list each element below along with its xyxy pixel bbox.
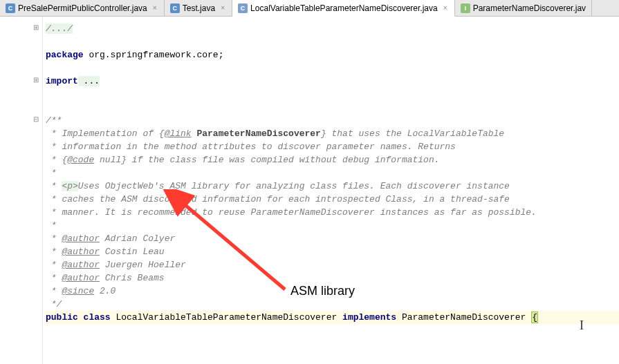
class-icon: C: [6, 3, 15, 13]
tab-label: PreSalePermitPublicController.java: [18, 3, 147, 13]
class-icon: C: [238, 3, 248, 13]
keyword-package: package: [46, 50, 84, 60]
class-icon: C: [170, 3, 180, 13]
brace-highlight: {: [531, 312, 538, 323]
interface-icon: I: [461, 3, 470, 13]
editor-gutter: ⊞ ⊞ ⊟: [0, 17, 43, 364]
close-icon[interactable]: ×: [442, 5, 449, 12]
package-name: org.springframework.core;: [84, 50, 224, 60]
tab-label: Test.java: [183, 3, 215, 13]
code-area[interactable]: /.../ package org.springframework.core; …: [43, 17, 619, 364]
folded-comment[interactable]: /.../: [46, 23, 73, 34]
fold-toggle-icon[interactable]: ⊞: [33, 76, 40, 83]
tab-localvariabletable[interactable]: C LocalVariableTableParameterNameDiscove…: [232, 0, 455, 17]
fold-toggle-icon[interactable]: ⊞: [33, 23, 40, 30]
javadoc-open: /**: [46, 115, 62, 126]
annotation-label: ASM library: [290, 285, 355, 298]
close-icon[interactable]: ×: [219, 5, 226, 12]
editor-tab-bar: C PreSalePermitPublicController.java × C…: [0, 0, 619, 17]
text-cursor-icon: I: [580, 319, 584, 332]
folded-imports[interactable]: ...: [78, 76, 100, 86]
tab-label: LocalVariableTableParameterNameDiscovere…: [250, 3, 438, 13]
class-declaration-line: public class LocalVariableTableParameter…: [46, 311, 619, 324]
fold-toggle-icon[interactable]: ⊟: [33, 115, 40, 122]
tab-parameternamediscoverer[interactable]: I ParameterNameDiscoverer.jav: [455, 0, 592, 16]
tab-test[interactable]: C Test.java ×: [165, 0, 232, 16]
tab-presalepermit[interactable]: C PreSalePermitPublicController.java ×: [0, 0, 165, 16]
keyword-import: import: [46, 76, 78, 86]
tab-label: ParameterNameDiscoverer.jav: [473, 3, 586, 13]
editor-area: ⊞ ⊞ ⊟ /.../ package org.springframework.…: [0, 17, 619, 364]
close-icon[interactable]: ×: [151, 5, 158, 12]
